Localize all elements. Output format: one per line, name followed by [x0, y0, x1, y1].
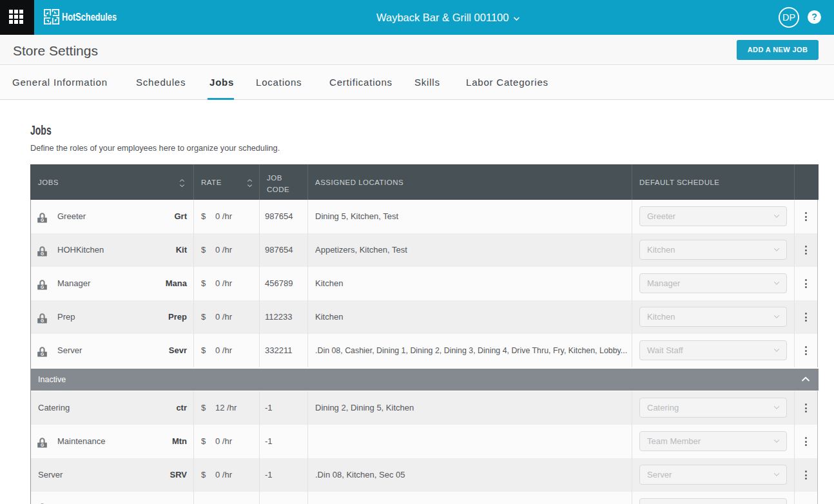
- svg-text:G: G: [41, 285, 44, 289]
- svg-text:G: G: [41, 443, 44, 447]
- svg-text:G: G: [41, 218, 44, 222]
- svg-text:G: G: [41, 352, 44, 356]
- svg-text:G: G: [41, 251, 44, 256]
- svg-text:G: G: [41, 318, 44, 323]
